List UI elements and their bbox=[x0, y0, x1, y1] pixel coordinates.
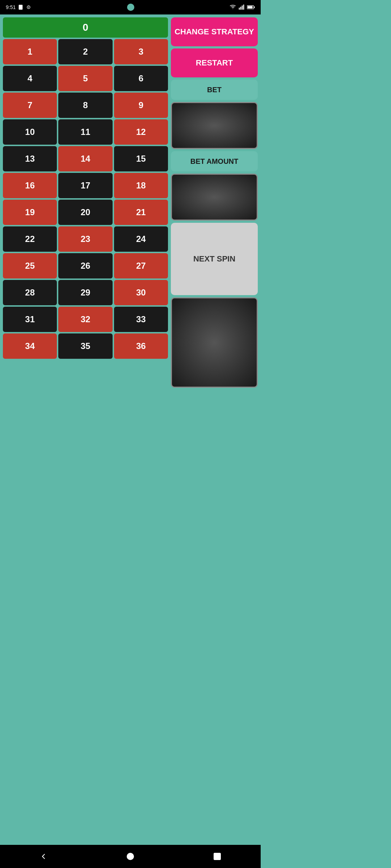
number-button-16[interactable]: 16 bbox=[3, 173, 57, 198]
number-button-29[interactable]: 29 bbox=[58, 280, 112, 305]
bet-display bbox=[171, 102, 258, 149]
number-button-21[interactable]: 21 bbox=[114, 200, 168, 225]
number-button-1[interactable]: 1 bbox=[3, 39, 57, 64]
number-button-2[interactable]: 2 bbox=[58, 39, 112, 64]
signal-icon bbox=[238, 4, 245, 10]
number-button-12[interactable]: 12 bbox=[114, 119, 168, 145]
center-dot bbox=[127, 4, 134, 11]
number-button-20[interactable]: 20 bbox=[58, 200, 112, 225]
number-button-4[interactable]: 4 bbox=[3, 66, 57, 91]
number-button-35[interactable]: 35 bbox=[58, 333, 112, 359]
status-bar: 9:51 bbox=[0, 0, 261, 14]
bet-amount-display bbox=[171, 174, 258, 221]
main-area: 0 12345678910111213141516171819202122232… bbox=[0, 14, 261, 391]
number-button-28[interactable]: 28 bbox=[3, 280, 57, 305]
number-button-7[interactable]: 7 bbox=[3, 93, 57, 118]
number-button-24[interactable]: 24 bbox=[114, 226, 168, 252]
svg-rect-9 bbox=[248, 6, 253, 8]
number-button-26[interactable]: 26 bbox=[58, 253, 112, 278]
number-button-8[interactable]: 8 bbox=[58, 93, 112, 118]
number-button-13[interactable]: 13 bbox=[3, 146, 57, 171]
svg-rect-5 bbox=[242, 5, 243, 9]
svg-point-2 bbox=[28, 7, 29, 8]
number-button-23[interactable]: 23 bbox=[58, 226, 112, 252]
number-button-11[interactable]: 11 bbox=[58, 119, 112, 145]
number-button-22[interactable]: 22 bbox=[3, 226, 57, 252]
number-button-25[interactable]: 25 bbox=[3, 253, 57, 278]
number-button-31[interactable]: 31 bbox=[3, 307, 57, 332]
svg-rect-3 bbox=[239, 8, 240, 9]
number-button-17[interactable]: 17 bbox=[58, 173, 112, 198]
svg-rect-6 bbox=[243, 5, 244, 10]
battery-icon bbox=[247, 5, 255, 10]
change-strategy-button[interactable]: CHANGE STRATEGY bbox=[171, 17, 258, 46]
number-button-6[interactable]: 6 bbox=[114, 66, 168, 91]
wifi-icon bbox=[230, 4, 236, 10]
svg-rect-8 bbox=[254, 7, 255, 8]
number-button-19[interactable]: 19 bbox=[3, 200, 57, 225]
left-panel: 0 12345678910111213141516171819202122232… bbox=[3, 17, 168, 388]
number-button-27[interactable]: 27 bbox=[114, 253, 168, 278]
restart-button[interactable]: RESTART bbox=[171, 48, 258, 77]
next-spin-button[interactable]: NEXT SPIN bbox=[171, 223, 258, 295]
number-button-18[interactable]: 18 bbox=[114, 173, 168, 198]
number-button-34[interactable]: 34 bbox=[3, 333, 57, 359]
number-grid: 1234567891011121314151617181920212223242… bbox=[3, 39, 168, 359]
bet-label: BET bbox=[171, 80, 258, 100]
right-panel: CHANGE STRATEGY RESTART BET BET AMOUNT N… bbox=[171, 17, 258, 388]
number-button-14[interactable]: 14 bbox=[58, 146, 112, 171]
number-button-36[interactable]: 36 bbox=[114, 333, 168, 359]
number-button-33[interactable]: 33 bbox=[114, 307, 168, 332]
notification-icon bbox=[26, 4, 31, 10]
time-display: 9:51 bbox=[6, 4, 16, 10]
number-button-15[interactable]: 15 bbox=[114, 146, 168, 171]
sim-icon bbox=[18, 4, 24, 10]
svg-rect-0 bbox=[19, 5, 23, 9]
bet-amount-label: BET AMOUNT bbox=[171, 151, 258, 171]
number-button-5[interactable]: 5 bbox=[58, 66, 112, 91]
zero-button[interactable]: 0 bbox=[3, 17, 168, 38]
number-button-3[interactable]: 3 bbox=[114, 39, 168, 64]
number-button-30[interactable]: 30 bbox=[114, 280, 168, 305]
number-button-10[interactable]: 10 bbox=[3, 119, 57, 145]
number-button-32[interactable]: 32 bbox=[58, 307, 112, 332]
number-button-9[interactable]: 9 bbox=[114, 93, 168, 118]
svg-rect-4 bbox=[240, 7, 241, 10]
result-display bbox=[171, 297, 258, 388]
